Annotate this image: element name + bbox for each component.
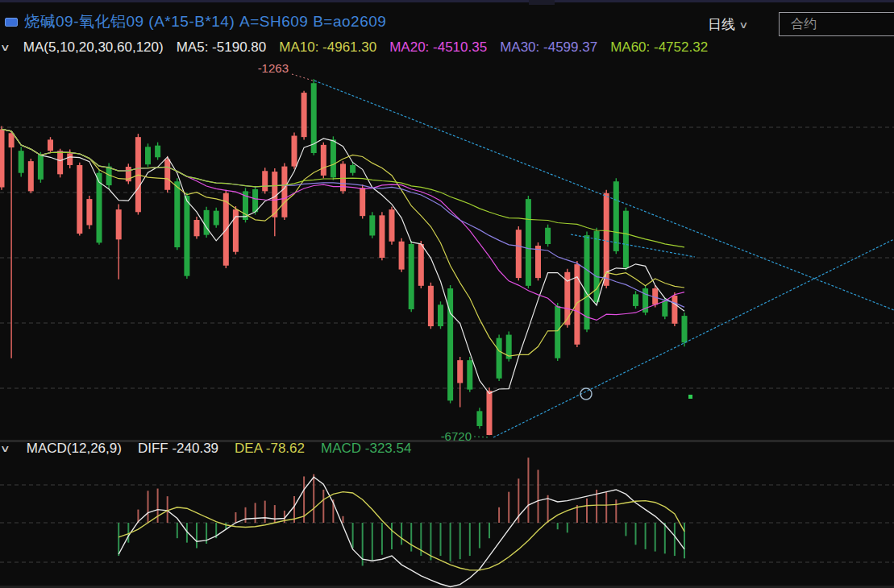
macd-settings-label: MACD(12,26,9): [27, 441, 122, 457]
candle[interactable]: [28, 159, 34, 193]
candle[interactable]: [126, 164, 131, 184]
candle[interactable]: [204, 207, 210, 238]
candlestick-layer: [0, 79, 688, 435]
collapse-chevron-icon[interactable]: ∨: [0, 443, 10, 454]
candle[interactable]: [516, 226, 522, 280]
candle-body: [281, 167, 287, 217]
collapse-chevron-icon[interactable]: ∨: [0, 42, 10, 53]
candle-body: [555, 306, 560, 358]
candle-body: [155, 146, 160, 158]
candle[interactable]: [292, 132, 297, 168]
chart-canvas[interactable]: -1263-6720: [0, 0, 894, 588]
candle-body: [204, 210, 210, 235]
macd-histogram-layer: [119, 458, 684, 565]
candle[interactable]: [331, 136, 336, 180]
candle[interactable]: [9, 130, 15, 358]
candle-body: [164, 159, 170, 190]
trendline[interactable]: [493, 239, 894, 437]
candle-body: [682, 316, 688, 342]
candle-body: [174, 181, 180, 247]
instrument-title: 烧碱09-氧化铝09 (A*15-B*14) A=SH609 B=ao2609: [24, 11, 386, 32]
candle[interactable]: [155, 143, 160, 160]
candle[interactable]: [409, 241, 414, 312]
candle[interactable]: [97, 170, 102, 245]
candle-body: [262, 171, 268, 191]
trading-app-window: -1263-6720 烧碱09-氧化铝09 (A*15-B*14) A=SH60…: [0, 0, 894, 588]
candle-body: [350, 165, 356, 173]
candle[interactable]: [360, 184, 365, 218]
candle[interactable]: [116, 205, 122, 280]
candle-body: [418, 244, 424, 286]
candle[interactable]: [389, 207, 395, 245]
ma20-value: MA20: -4510.35: [389, 39, 487, 56]
ma10-value: MA10: -4961.30: [279, 39, 376, 56]
candle-body: [301, 93, 307, 137]
candle[interactable]: [438, 301, 443, 329]
ma20-line: [2, 129, 684, 320]
candle[interactable]: [476, 408, 482, 429]
candle-body: [672, 296, 677, 324]
candle[interactable]: [340, 161, 346, 194]
candle[interactable]: [506, 332, 512, 362]
candle[interactable]: [57, 149, 63, 178]
candle[interactable]: [633, 291, 638, 308]
candle[interactable]: [77, 163, 82, 236]
candle[interactable]: [272, 168, 277, 236]
candle[interactable]: [262, 168, 268, 193]
candle[interactable]: [243, 188, 248, 222]
candle[interactable]: [38, 152, 44, 183]
candle[interactable]: [467, 357, 472, 392]
candle[interactable]: [535, 242, 541, 280]
candle[interactable]: [48, 137, 53, 153]
candle[interactable]: [145, 143, 151, 167]
candle[interactable]: [545, 225, 551, 247]
candle[interactable]: [447, 285, 453, 404]
candle[interactable]: [214, 208, 219, 228]
candle[interactable]: [0, 126, 5, 189]
candle[interactable]: [369, 212, 375, 238]
candle[interactable]: [19, 147, 24, 176]
instrument-icon: [5, 18, 18, 27]
candle[interactable]: [379, 212, 385, 260]
candle-body: [428, 286, 434, 326]
candle-body: [613, 181, 619, 251]
candle-body: [67, 153, 73, 165]
candle[interactable]: [497, 335, 502, 382]
candle-body: [379, 215, 385, 258]
candle[interactable]: [164, 156, 170, 193]
candle-body: [214, 211, 219, 226]
candle[interactable]: [672, 292, 677, 326]
candle[interactable]: [281, 164, 287, 220]
candle[interactable]: [86, 196, 92, 229]
candle-body: [369, 215, 375, 235]
period-selector[interactable]: 日线 ∨: [708, 15, 747, 34]
candle-body: [457, 360, 463, 383]
candle[interactable]: [642, 285, 648, 315]
candle-body: [77, 165, 82, 234]
contract-search-input[interactable]: [779, 12, 894, 36]
candle[interactable]: [623, 208, 629, 271]
candle[interactable]: [526, 196, 531, 288]
dea-value: DEA -78.62: [235, 441, 305, 457]
candle[interactable]: [555, 303, 560, 361]
candle[interactable]: [321, 143, 326, 179]
candle[interactable]: [233, 206, 239, 255]
candle-body: [0, 129, 5, 187]
candle[interactable]: [135, 134, 141, 214]
candle[interactable]: [428, 283, 434, 329]
ma60-value: MA60: -4752.32: [610, 39, 708, 56]
candle-body: [321, 145, 326, 176]
candle[interactable]: [457, 357, 463, 407]
candle[interactable]: [301, 91, 307, 140]
candle[interactable]: [184, 193, 189, 279]
candle[interactable]: [487, 387, 493, 435]
candle-body: [487, 391, 493, 435]
candle[interactable]: [194, 217, 200, 239]
candle[interactable]: [399, 238, 405, 272]
candle-body: [116, 209, 122, 239]
candle-body: [48, 139, 53, 151]
low-price-label: -6720: [441, 429, 472, 443]
candle-body: [194, 220, 200, 236]
candle[interactable]: [574, 261, 580, 347]
candle[interactable]: [418, 241, 424, 288]
